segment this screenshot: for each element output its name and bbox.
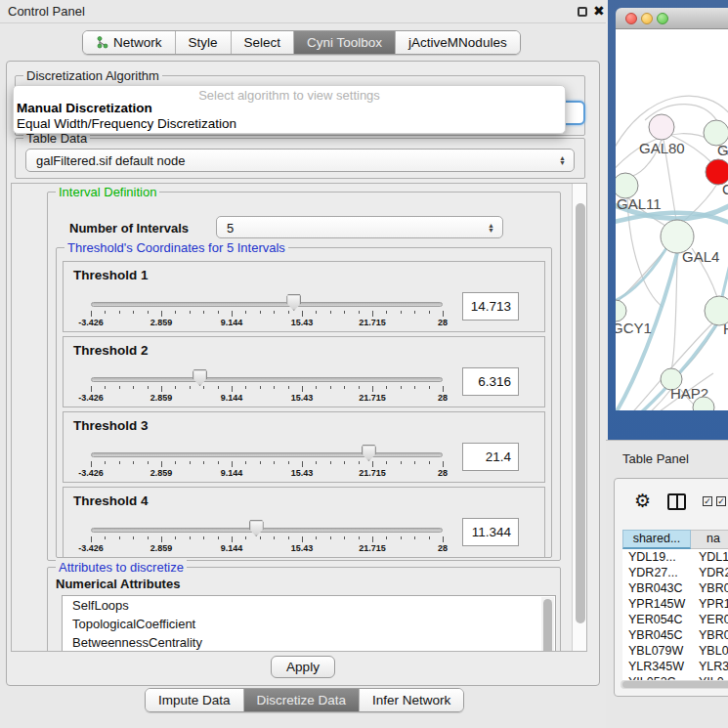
panel-vertical-scrollbar[interactable] — [572, 184, 587, 651]
list-scrollbar-thumb[interactable] — [543, 599, 552, 652]
node-label: H — [723, 321, 728, 337]
tick-label: -3.426 — [78, 543, 104, 553]
slider-track[interactable] — [91, 528, 443, 533]
network-node-gcy1[interactable] — [616, 300, 626, 321]
network-canvas[interactable]: GAL80GACGAL11GAL4GCY1HHAP2 — [616, 29, 728, 410]
slider-thumb[interactable] — [286, 294, 301, 311]
table-row[interactable]: YDL19...YDL1 — [622, 549, 728, 565]
cyni-bottom-tabs: Impute DataDiscretize DataInfer Network — [145, 688, 464, 712]
close-icon[interactable]: ✖ — [593, 3, 605, 19]
checkbox-icon[interactable]: ✓ — [703, 496, 712, 506]
table-panel-title: Table Panel — [622, 451, 689, 466]
split-columns-icon[interactable] — [667, 493, 686, 510]
table-row[interactable]: YBR043CYBR0 — [622, 580, 728, 596]
threshold-panel-1: Threshold 1-3.4262.8599.14415.4321.71528… — [63, 261, 545, 332]
tick-label: 28 — [438, 468, 448, 478]
slider-thumb[interactable] — [362, 445, 376, 461]
column-header-name[interactable]: na — [691, 530, 728, 549]
slider-track[interactable] — [91, 302, 443, 307]
minimize-traffic-light-icon[interactable] — [641, 13, 653, 24]
cell-name: YDL1 — [691, 549, 728, 565]
tab-select[interactable]: Select — [232, 31, 295, 54]
panel-scrollbar-thumb[interactable] — [576, 203, 585, 623]
tab-label: Impute Data — [158, 693, 231, 707]
node-attribute-table[interactable]: shared... na YDL19...YDL1YDR27...YDR2YBR… — [622, 530, 728, 680]
checkbox-icon[interactable]: ✓ — [716, 496, 726, 506]
tab-label: Infer Network — [372, 693, 450, 707]
tick-label: 2.859 — [150, 393, 173, 403]
tick-label: 21.715 — [359, 318, 386, 327]
slider-thumb[interactable] — [249, 520, 264, 536]
list-scrollbar[interactable] — [541, 597, 554, 652]
cell-name: YLR3 — [691, 659, 728, 674]
stepper-arrows-icon: ▲▼ — [488, 223, 494, 233]
tab-jactivemnodules[interactable]: jActiveMNodules — [396, 31, 520, 54]
network-edge-highlighted[interactable] — [616, 248, 666, 303]
apply-button[interactable]: Apply — [271, 656, 335, 678]
numerical-attributes-list[interactable]: SelfLoopsTopologicalCoefficientBetweenne… — [62, 595, 556, 652]
tab-impute-data[interactable]: Impute Data — [146, 689, 244, 711]
threshold-value-field[interactable]: 6.316 — [462, 367, 519, 396]
threshold-label: Threshold 4 — [73, 493, 149, 508]
network-edge-highlighted[interactable] — [722, 236, 728, 297]
zoom-traffic-light-icon[interactable] — [657, 13, 668, 24]
attribute-list-item[interactable]: BetweennessCentrality — [63, 633, 555, 652]
threshold-value-field[interactable]: 11.344 — [462, 518, 519, 546]
node-label: GAL4 — [682, 248, 719, 265]
table-row[interactable]: YBL079WYBL0 — [622, 643, 728, 659]
algorithm-option-manual[interactable]: Manual Discretization — [17, 101, 152, 115]
interval-definition-title: Interval Definition — [56, 185, 159, 199]
table-row[interactable]: YBR045CYBR0 — [622, 627, 728, 643]
network-window-titlebar[interactable] — [616, 8, 728, 29]
cell-name: YER0 — [691, 612, 728, 627]
tab-infer-network[interactable]: Infer Network — [360, 689, 463, 711]
float-window-icon[interactable] — [578, 7, 587, 17]
table-data-combo[interactable]: galFiltered.sif default node ▲▼ — [25, 149, 575, 172]
network-node-gal80[interactable] — [649, 114, 674, 140]
slider-track[interactable] — [91, 452, 443, 457]
table-row[interactable]: YLR345WYLR3 — [622, 659, 728, 674]
tick-label: 28 — [438, 543, 448, 553]
attribute-list-item[interactable]: SelfLoops — [63, 596, 555, 615]
cell-shared-name: YLR345W — [622, 659, 691, 674]
control-panel-titlebar: Control Panel ✖ — [0, 0, 606, 23]
column-header-shared-name[interactable]: shared... — [622, 530, 691, 549]
number-of-intervals-combo[interactable]: 5 ▲▼ — [216, 216, 503, 238]
table-data-combo-value: galFiltered.sif default node — [36, 153, 185, 168]
table-panel-window: Table Panel ⚙ ✓ ✓ shared... na YDL19...Y… — [606, 440, 728, 728]
tab-cyni-toolbox[interactable]: Cyni Toolbox — [294, 31, 396, 54]
gear-icon[interactable]: ⚙ — [634, 490, 651, 512]
tick-label: 15.43 — [291, 318, 314, 327]
slider-track[interactable] — [91, 377, 443, 382]
number-of-intervals-value: 5 — [227, 220, 234, 235]
slider-thumb[interactable] — [193, 369, 207, 386]
slider-tick-labels: -3.4262.8599.14415.4321.71528 — [91, 393, 443, 404]
algorithm-dropdown-popup: Select algorithm to view settings Manual… — [13, 85, 566, 134]
control-panel-window: Control Panel ✖ NetworkStyleSelectCyni T… — [0, 0, 606, 728]
cell-shared-name: YPR145W — [622, 596, 691, 612]
table-row[interactable]: YPR145WYPR1 — [622, 596, 728, 612]
slider-tick-labels: -3.4262.8599.14415.4321.71528 — [91, 543, 443, 554]
tick-label: 9.144 — [221, 468, 243, 478]
table-scrollbar-thumb[interactable] — [622, 681, 728, 688]
discretization-algorithm-group-title: Discretization Algorithm — [23, 68, 162, 83]
table-row[interactable]: YDR27...YDR2 — [622, 565, 728, 580]
attribute-list-item[interactable]: TopologicalCoefficient — [63, 615, 555, 633]
close-traffic-light-icon[interactable] — [625, 13, 637, 24]
tab-discretize-data[interactable]: Discretize Data — [244, 689, 361, 711]
cell-shared-name: YDL19... — [622, 549, 691, 565]
table-horizontal-scrollbar[interactable] — [621, 680, 728, 689]
algorithm-option-equal-width[interactable]: Equal Width/Frequency Discretization — [17, 116, 236, 131]
cell-name: YBL0 — [691, 643, 728, 659]
threshold-panel-4: Threshold 4-3.4262.8599.14415.4321.71528… — [63, 487, 545, 558]
threshold-label: Threshold 1 — [73, 268, 149, 282]
cell-name: YBR0 — [691, 627, 728, 643]
cell-shared-name: YBR045C — [622, 627, 691, 643]
network-view-window: GAL80GACGAL11GAL4GCY1HHAP2 — [608, 0, 728, 440]
tab-network[interactable]: Network — [83, 31, 176, 54]
table-row[interactable]: YER054CYER0 — [622, 612, 728, 627]
threshold-value-field[interactable]: 14.713 — [462, 292, 519, 321]
threshold-value-field[interactable]: 21.4 — [462, 443, 519, 471]
tick-label: 21.715 — [359, 543, 386, 553]
tab-style[interactable]: Style — [176, 31, 232, 54]
